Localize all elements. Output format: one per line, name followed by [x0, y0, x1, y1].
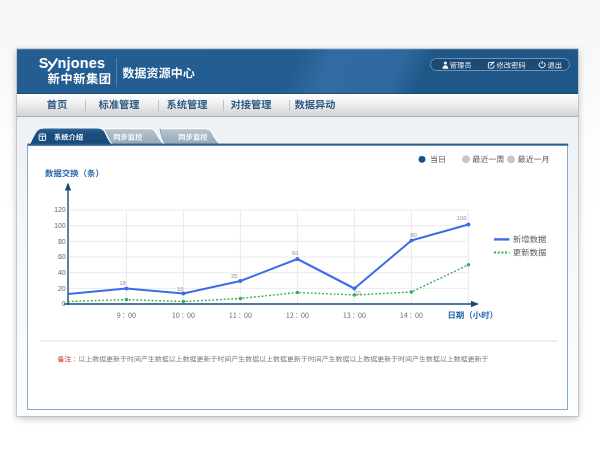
- svg-text:120: 120: [54, 206, 66, 213]
- svg-text:60: 60: [58, 253, 66, 260]
- svg-text:10: 10: [354, 290, 361, 296]
- svg-text:35: 35: [231, 273, 238, 279]
- svg-text:18: 18: [119, 280, 126, 286]
- svg-text:10: 10: [177, 286, 184, 292]
- svg-text:0: 0: [62, 300, 66, 307]
- svg-text:100: 100: [456, 215, 467, 221]
- svg-text:40: 40: [58, 269, 66, 276]
- svg-text:100: 100: [54, 222, 66, 229]
- svg-text:80: 80: [410, 232, 417, 238]
- svg-text:20: 20: [58, 285, 66, 292]
- svg-text:80: 80: [58, 238, 66, 245]
- svg-text:njones: njones: [58, 55, 106, 71]
- svg-text:60: 60: [292, 250, 299, 256]
- svg-text:S: S: [39, 55, 48, 71]
